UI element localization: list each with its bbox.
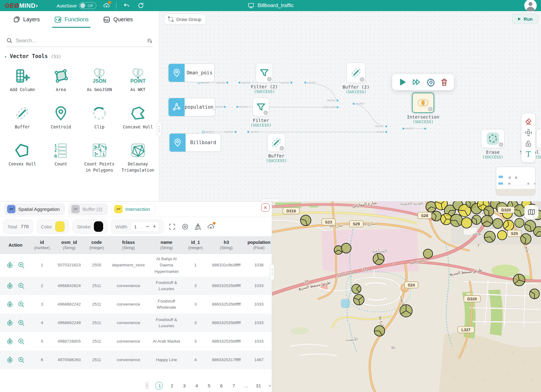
page-button-31[interactable]: 31 [256, 383, 261, 388]
node-spatial-agg[interactable]: ✓ [536, 129, 541, 148]
success-check-icon: ✓ [499, 142, 503, 147]
tool-add-column[interactable]: Add Column [3, 64, 42, 93]
node-filter[interactable]: ✓ [253, 98, 269, 116]
cell-id: 6 [31, 355, 53, 365]
node-erase[interactable]: ✓ [481, 129, 505, 148]
page-button-1[interactable]: 1 [156, 382, 162, 390]
panel-resize-handle[interactable]: ··· [261, 199, 279, 201]
zoom-to-feature-icon[interactable] [18, 282, 25, 290]
table-row[interactable]: 150753216232505department_storeAl Bahja … [0, 254, 272, 277]
delete-trash-icon[interactable] [440, 78, 448, 86]
page-button-3[interactable]: 3 [182, 383, 187, 388]
sidebar-resize-handle[interactable] [157, 122, 161, 136]
node-filter-2[interactable]: ✓ [256, 63, 273, 83]
map-view[interactable]: شارع المعارضسلطان قابوسالعذيبة الجنوبيةا… [272, 201, 541, 392]
tool-as-wkt[interactable]: POINTAs WKT [119, 64, 157, 93]
draw-group-button[interactable]: Draw Group [164, 14, 206, 24]
fast-forward-icon[interactable] [412, 77, 421, 87]
zoom-to-feature-icon[interactable] [18, 301, 25, 308]
map-canvas: شارع المعارضسلطان قابوسالعذيبة الجنوبيةا… [272, 201, 541, 392]
transform-move-icon[interactable] [524, 128, 533, 137]
map-label: الصناعية [372, 248, 387, 253]
tool-count[interactable]: 12⋮NCount [42, 138, 80, 173]
color-picker[interactable]: Color [37, 219, 69, 234]
text-tool-icon[interactable]: T [526, 151, 531, 158]
page-next-button[interactable]: › [268, 382, 272, 390]
locate-feature-icon[interactable] [6, 338, 14, 345]
cloud-sync-icon[interactable] [103, 2, 111, 10]
vector-tools-section[interactable]: ▾ Vector Tools (53) [4, 53, 159, 59]
tab-buffer-2[interactable]: Buffer (2) [69, 203, 107, 215]
sort-icon[interactable] [147, 38, 153, 44]
width-value[interactable]: 1 [134, 224, 142, 229]
tool-delaunay-triangulation[interactable]: Delaunay Triangulation [119, 138, 157, 173]
tool-convex-hull[interactable]: Convex Hull [3, 138, 42, 173]
width-increment[interactable]: + [153, 224, 156, 229]
export-layer-icon[interactable] [193, 222, 203, 231]
zoom-to-feature-icon[interactable] [18, 261, 25, 269]
node-intersection[interactable]: ✓ [412, 93, 434, 113]
table-row[interactable]: 449686822492511convenienceFoodstuff & Lu… [0, 314, 272, 332]
visibility-icon[interactable] [180, 222, 190, 231]
tool-count-points-in-polygons[interactable]: 2341Count Points in Polygons [80, 138, 119, 173]
tab-functions[interactable]: Functions [54, 11, 89, 28]
table-row[interactable]: 649705862632511convenienceHappy Line4886… [0, 351, 272, 369]
tab-intersection[interactable]: Intersection [111, 203, 155, 215]
map-resize-handle[interactable] [270, 264, 274, 280]
svg-text:vector: vector [242, 81, 251, 84]
node-billboard[interactable]: Billboard [169, 133, 221, 152]
zoom-to-feature-icon[interactable] [18, 338, 25, 345]
node-oman-pois[interactable]: Oman_pois [168, 64, 215, 82]
tool-as-geojson[interactable]: JSONAs GeoJSON [80, 64, 119, 93]
width-decrement[interactable]: − [146, 224, 149, 229]
table-row[interactable]: 349686822422511convenienceFoodstuff Whol… [0, 295, 272, 314]
search-input[interactable] [16, 38, 144, 44]
node-buffer[interactable]: ✓ [267, 133, 285, 152]
zoom-to-feature-icon[interactable] [18, 319, 25, 327]
table-row[interactable]: 249686426242511convenienceFoodstuff & Lu… [0, 277, 272, 295]
node-population-grid[interactable]: population_grid [168, 98, 215, 116]
locate-feature-icon[interactable] [6, 319, 14, 327]
avatar[interactable] [524, 0, 537, 12]
settings-gear-icon[interactable] [426, 78, 435, 87]
run-button[interactable]: Run [512, 14, 538, 24]
page-button-5[interactable]: 5 [206, 383, 212, 388]
color-swatch[interactable] [55, 221, 65, 232]
cell-h3: 886332535bfffff [207, 318, 246, 328]
locate-feature-icon[interactable] [6, 301, 14, 308]
basemap-button[interactable] [524, 205, 539, 219]
autosave-toggle[interactable]: Off [79, 2, 96, 9]
tab-spatial-aggregation[interactable]: Spatial Aggregation [4, 203, 65, 215]
page-button-2[interactable]: 2 [169, 383, 175, 388]
tool-concave-hull[interactable]: Concave Hull [119, 101, 157, 130]
cloud-upload-icon[interactable] [206, 222, 216, 231]
stroke-picker[interactable]: Stroke [73, 219, 107, 234]
tab-queries[interactable]: SQL Queries [103, 11, 133, 28]
page-button-7[interactable]: 7 [231, 383, 237, 388]
refresh-icon[interactable] [137, 2, 145, 10]
locate-feature-icon[interactable] [6, 356, 14, 364]
tool-clip[interactable]: Clip [80, 101, 119, 130]
eraser-icon[interactable] [524, 117, 532, 125]
zoom-to-feature-icon[interactable] [18, 356, 25, 364]
table-row[interactable]: 549687268052511convenienceAl Arab Market… [0, 332, 272, 351]
page-prev-button[interactable]: ‹ [145, 382, 149, 390]
tab-layers[interactable]: Layers [13, 11, 40, 28]
stroke-swatch[interactable] [94, 221, 103, 232]
node-buffer-2[interactable]: ✓ [346, 63, 366, 83]
unlock-icon[interactable] [524, 140, 532, 148]
close-panel-button[interactable]: ✕ [261, 203, 270, 212]
undo-icon[interactable] [123, 2, 131, 10]
tool-area[interactable]: Area [42, 64, 80, 93]
play-icon[interactable] [398, 77, 407, 87]
workflow-canvas[interactable]: vectorvectorvectorvectorvectorvectorvect… [159, 11, 541, 201]
locate-feature-icon[interactable] [6, 261, 14, 269]
minimap[interactable] [496, 167, 535, 196]
page-button-4[interactable]: 4 [194, 383, 199, 388]
tool-centroid[interactable]: Centroid [42, 101, 80, 130]
tool-buffer[interactable]: Buffer [3, 101, 42, 130]
page-button-6[interactable]: 6 [219, 383, 224, 388]
cell-id-1: 3 [184, 281, 207, 291]
fit-bounds-icon[interactable] [167, 222, 177, 231]
locate-feature-icon[interactable] [6, 282, 14, 290]
